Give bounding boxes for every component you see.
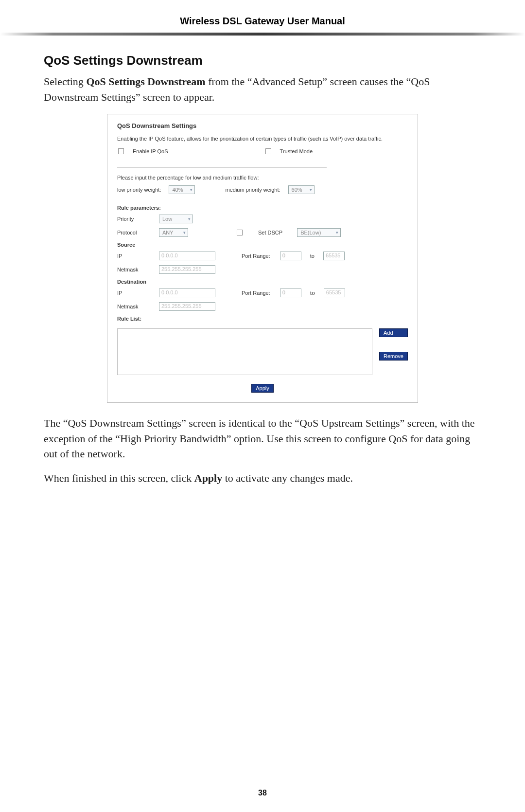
apply-button[interactable]: Apply [251,384,274,393]
priority-select[interactable]: Low ▾ [159,215,193,223]
manual-title: Wireless DSL Gateway User Manual [180,16,345,26]
ip-label: IP [117,253,154,259]
dscp-value: BE(Low) [300,230,321,235]
med-weight-value: 60% [292,187,302,193]
checkbox-icon[interactable] [118,148,124,154]
low-weight-select[interactable]: 40% ▾ [169,185,195,194]
dest-ip-input[interactable]: 0.0.0.0 [159,289,215,297]
priority-label: Priority [117,216,154,222]
checkbox-icon[interactable] [265,148,271,154]
dest-netmask-input[interactable]: 255.255.255.255 [159,302,215,311]
dest-netmask-row: Netmask 255.255.255.255 [117,302,408,311]
rule-list-heading: Rule List: [117,316,408,322]
netmask-label: Netmask [117,267,154,272]
protocol-select[interactable]: ANY ▾ [159,228,188,237]
after-p2-post: to activate any changes made. [222,472,353,484]
priority-row: Priority Low ▾ [117,215,408,223]
ip-label: IP [117,290,154,296]
toggle-row: Enable IP QoS Trusted Mode [117,148,408,154]
source-netmask-row: Netmask 255.255.255.255 [117,265,408,274]
priority-value: Low [162,216,172,222]
content-area: QoS Settings Downstream Selecting QoS Se… [0,36,525,486]
intro-paragraph: Selecting QoS Settings Downstream from t… [44,74,481,105]
low-weight-value: 40% [172,187,183,193]
screenshot-wrapper: QoS Downstream Settings Enabling the IP … [44,114,481,403]
source-port-from-input[interactable]: 0 [280,252,301,260]
to-label: to [310,289,315,297]
to-label: to [310,253,315,259]
port-range-label: Port Range: [242,253,270,259]
source-ip-row: IP 0.0.0.0 Port Range: 0 to 65535 [117,252,408,260]
source-port-to-input[interactable]: 65535 [323,252,345,260]
trusted-mode-label: Trusted Mode [280,148,313,154]
dscp-select[interactable]: BE(Low) ▾ [297,228,341,237]
chevron-down-icon: ▾ [183,230,186,235]
set-dscp-checkbox[interactable] [237,230,243,235]
source-heading: Source [117,242,408,248]
protocol-value: ANY [162,230,174,235]
source-ip-input[interactable]: 0.0.0.0 [159,252,215,260]
percentage-hint: Please input the percentage for low and … [117,175,408,180]
chevron-down-icon: ▾ [336,230,338,235]
qos-panel: QoS Downstream Settings Enabling the IP … [107,114,418,403]
rule-listbox[interactable] [117,328,372,375]
intro-text-bold: QoS Settings Downstream [86,75,205,88]
after-paragraph-1: The “QoS Downstream Settings” screen is … [44,415,481,462]
chevron-down-icon: ▾ [190,187,192,192]
after-p2-pre: When finished in this screen, click [44,472,194,484]
med-weight-select[interactable]: 60% ▾ [288,185,315,194]
chevron-down-icon: ▾ [188,217,191,221]
med-weight-label: medium priority weight: [225,187,280,193]
dest-port-to-input[interactable]: 65535 [324,289,345,297]
port-range-label: Port Range: [242,290,270,296]
rule-parameters-heading: Rule parameters: [117,205,408,211]
panel-title: QoS Downstream Settings [117,122,408,129]
chevron-down-icon: ▾ [310,187,312,192]
enable-ip-qos-label: Enable IP QoS [133,148,168,154]
after-p2-bold: Apply [194,472,222,484]
low-weight-label: low priority weight: [117,187,161,193]
header-divider [0,33,525,36]
page-header: Wireless DSL Gateway User Manual [0,0,525,27]
protocol-row: Protocol ANY ▾ Set DSCP BE(Low) ▾ [117,228,408,237]
add-button[interactable]: Add [379,328,408,337]
section-divider [117,167,327,168]
destination-heading: Destination [117,279,408,285]
weight-row: low priority weight: 40% ▾ medium priori… [117,185,408,194]
enable-ip-qos-toggle[interactable]: Enable IP QoS [118,148,168,154]
section-heading: QoS Settings Downstream [44,53,481,68]
dest-port-from-input[interactable]: 0 [280,289,301,297]
dest-ip-row: IP 0.0.0.0 Port Range: 0 to 65535 [117,289,408,297]
remove-button[interactable]: Remove [379,352,408,361]
trusted-mode-toggle[interactable]: Trusted Mode [265,148,313,154]
panel-description: Enabling the IP QoS feature, allows for … [117,135,408,143]
page-number: 38 [0,789,525,797]
rule-list-area: Add Remove [117,325,408,375]
source-netmask-input[interactable]: 255.255.255.255 [159,265,215,274]
netmask-label: Netmask [117,304,154,309]
after-paragraph-2: When finished in this screen, click Appl… [44,470,481,486]
protocol-label: Protocol [117,230,154,235]
intro-text-pre: Selecting [44,75,86,88]
set-dscp-label: Set DSCP [258,230,282,235]
